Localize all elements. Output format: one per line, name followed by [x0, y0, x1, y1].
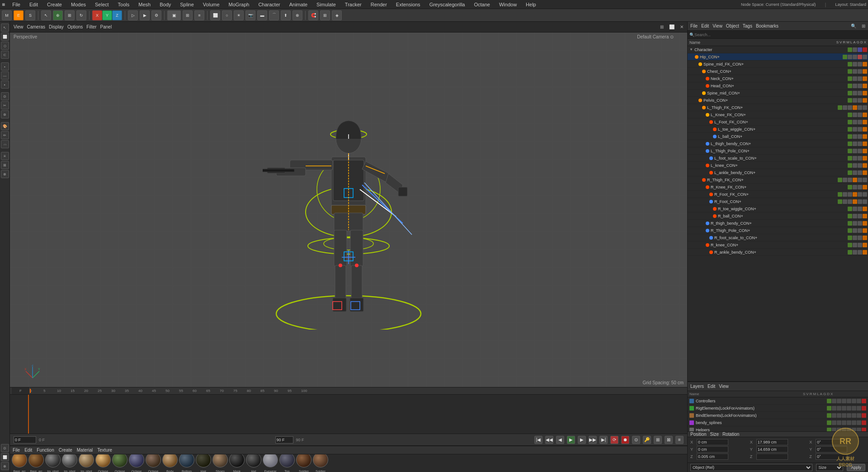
layer-edit-tab[interactable]: Edit: [708, 384, 715, 389]
prev-frame-btn[interactable]: ◀: [556, 436, 564, 444]
vp-filter-tab[interactable]: Filter: [86, 24, 96, 29]
obj-object-menu[interactable]: Object: [726, 24, 739, 28]
model-mode-btn[interactable]: M: [2, 10, 12, 20]
spline-pen-btn[interactable]: ✏: [1, 131, 9, 139]
obj-edit-menu[interactable]: Edit: [701, 24, 709, 28]
menu-modes[interactable]: Modes: [69, 2, 88, 7]
preview-range-btn[interactable]: ⊠: [665, 436, 673, 444]
layer-rig-elements[interactable]: RigElements(LockForAnimators): [688, 405, 868, 412]
move-3d-btn[interactable]: ↖: [1, 24, 9, 32]
material-ball-9[interactable]: Body: [162, 454, 178, 468]
brush-btn[interactable]: ⊙: [1, 92, 9, 100]
y-pos-input[interactable]: [697, 446, 728, 453]
object-type-select[interactable]: Object (Rel): [690, 464, 812, 471]
material-ball-4[interactable]: Im_phot: [79, 454, 94, 468]
material-ball-14[interactable]: Hat: [246, 454, 261, 468]
props-size-tab[interactable]: Size: [710, 432, 719, 437]
layer-view-tab[interactable]: View: [719, 384, 729, 389]
obj-l-foot-scale[interactable]: L_foot_scale_to_CON+: [688, 155, 868, 162]
obj-tags-menu[interactable]: Tags: [743, 24, 752, 28]
y-size-input[interactable]: [756, 446, 788, 453]
menu-simulate[interactable]: Simulate: [315, 2, 338, 7]
go-start-btn[interactable]: |◀: [534, 436, 542, 444]
layer-helpers[interactable]: Helpers: [688, 426, 868, 431]
material-ball-5[interactable]: Octane: [95, 454, 111, 468]
vp-options-tab[interactable]: Options: [67, 24, 83, 29]
move-tool-btn[interactable]: ⊕: [53, 10, 63, 20]
mat-create-menu[interactable]: Create: [59, 448, 72, 453]
z-axis-btn[interactable]: Z: [112, 10, 122, 20]
menu-body[interactable]: Body: [158, 2, 173, 7]
mat-texture-menu[interactable]: Texture: [97, 448, 112, 453]
extrude-btn[interactable]: ⬆: [281, 10, 291, 20]
y-axis-btn[interactable]: Y: [102, 10, 112, 20]
obj-pelvis-con[interactable]: Pelvis_CON+: [688, 97, 868, 104]
keyframe-btn[interactable]: ⊙: [632, 436, 640, 444]
point-mode-btn[interactable]: •: [1, 62, 9, 71]
obj-search-input[interactable]: [694, 33, 866, 37]
menu-greyscale[interactable]: Greyscalegorilla: [428, 2, 467, 7]
obj-chest-con[interactable]: Chest_CON+: [688, 68, 868, 75]
box-select-btn[interactable]: ⬜: [1, 33, 9, 41]
vp-view-tab[interactable]: View: [14, 24, 24, 29]
magnet-btn[interactable]: ⊛: [1, 110, 9, 118]
poly-select-btn[interactable]: ◇: [1, 42, 9, 50]
scene-btn[interactable]: ⬜: [1, 453, 9, 461]
timeline-view-btn[interactable]: ⊞: [654, 436, 662, 444]
obj-r-foot-fk[interactable]: R_Foot_FK_CON+: [688, 191, 868, 198]
menu-tools[interactable]: Tools: [116, 2, 132, 7]
vp-cameras-tab[interactable]: Cameras: [27, 24, 46, 29]
menu-select[interactable]: Select: [93, 2, 111, 7]
material-ball-12[interactable]: Shoes: [212, 454, 228, 468]
obj-r-ankle-bendy[interactable]: R_ankle_bendy_CON+: [688, 249, 868, 256]
frame-end-input[interactable]: [275, 436, 293, 444]
paint-btn[interactable]: 🎨: [1, 122, 9, 130]
edit-mode-btn[interactable]: E: [14, 10, 24, 20]
menu-octane[interactable]: Octane: [472, 2, 492, 7]
world-btn[interactable]: ⊕: [1, 462, 9, 470]
layer-bendy-splines[interactable]: bendy_splines: [688, 419, 868, 426]
sculpt-btn[interactable]: S: [25, 10, 35, 20]
x-size-input[interactable]: [756, 439, 788, 445]
next-key-btn[interactable]: ▶▶: [589, 436, 597, 444]
obj-l-thigh-pole[interactable]: L_Thigh_Pole_CON+: [688, 147, 868, 155]
obj-r-knee-fk[interactable]: R_Knee_FK_CON+: [688, 184, 868, 191]
obj-l-knee-con[interactable]: L_knee_CON+: [688, 162, 868, 169]
material-ball-16[interactable]: Top: [279, 454, 295, 468]
x-rot-input[interactable]: [816, 439, 847, 445]
menu-tracker[interactable]: Tracker: [343, 2, 363, 7]
props-rotation-tab[interactable]: Rotation: [722, 432, 739, 437]
material-ball-18[interactable]: Soldier: [313, 454, 328, 468]
vp-display-tab[interactable]: Display: [49, 24, 64, 29]
menu-create[interactable]: Create: [45, 2, 64, 7]
scale-tool-btn[interactable]: ⊞: [65, 10, 75, 20]
snap-btn[interactable]: 🧲: [308, 10, 318, 20]
material-ball-8[interactable]: Octane: [146, 454, 161, 468]
obj-r-foot-con[interactable]: R_Foot_CON+: [688, 198, 868, 205]
material-ball-13[interactable]: Mask: [229, 454, 245, 468]
vp-layout-icon[interactable]: ⊞: [660, 24, 664, 29]
select-tool-btn[interactable]: ↖: [41, 10, 51, 20]
go-end-btn[interactable]: ▶|: [599, 436, 608, 444]
menu-window[interactable]: Window: [497, 2, 519, 7]
vp-panel-tab[interactable]: Panel: [100, 24, 112, 29]
cube-btn[interactable]: ⬜: [210, 10, 220, 20]
edge-mode-btn[interactable]: —: [1, 71, 9, 80]
knife-btn[interactable]: ✂: [1, 101, 9, 109]
obj-hip-con[interactable]: Hip_CON+: [688, 53, 868, 61]
rotate-tool-btn[interactable]: ↻: [76, 10, 86, 20]
camera-btn[interactable]: 📷: [245, 10, 255, 20]
obj-search-icon[interactable]: 🔍: [851, 24, 856, 28]
shading-btn[interactable]: ▣: [167, 10, 181, 20]
material-ball-10[interactable]: Bottom: [179, 454, 194, 468]
material-ball-7[interactable]: Octane: [129, 454, 144, 468]
obj-character[interactable]: ▼ Character: [688, 46, 868, 53]
z-pos-input[interactable]: [697, 453, 728, 460]
bend-btn[interactable]: ⌒: [269, 10, 279, 20]
sphere-btn[interactable]: ○: [222, 10, 232, 20]
x-axis-btn[interactable]: X: [92, 10, 102, 20]
lasso-btn[interactable]: ⊂: [1, 51, 9, 59]
obj-r-ball-con[interactable]: R_ball_CON+: [688, 212, 868, 220]
viewport-canvas[interactable]: Perspective Default Camera ⊙: [10, 33, 687, 387]
timeline-settings-btn[interactable]: ≡: [675, 436, 684, 444]
